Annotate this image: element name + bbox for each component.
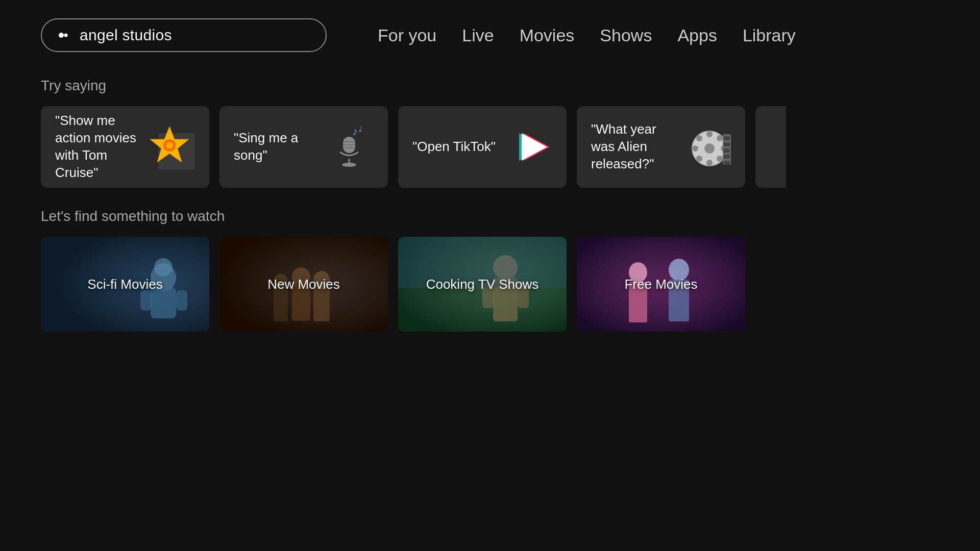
svg-marker-15	[522, 133, 547, 161]
hollywood-star-icon	[149, 124, 195, 170]
nav-item-live[interactable]: Live	[462, 26, 494, 45]
svg-point-18	[706, 131, 713, 137]
svg-text:♪: ♪	[352, 125, 358, 138]
header: angel studios For you Live Movies Shows …	[0, 0, 980, 52]
svg-point-12	[342, 163, 356, 167]
svg-rect-29	[724, 148, 730, 153]
suggestion-card-action-movies[interactable]: "Show me action movies with Tom Cruise"	[41, 106, 209, 188]
microphone-icon: ♪ ♩	[328, 124, 374, 170]
google-mic-icon	[56, 27, 72, 43]
suggestion-card-partial[interactable]	[755, 106, 786, 188]
watch-card-scifi[interactable]: Sci-fi Movies	[41, 237, 209, 332]
svg-point-1	[64, 34, 68, 37]
watch-card-cooking[interactable]: Cooking TV Shows	[398, 237, 567, 332]
nav-item-shows[interactable]: Shows	[600, 26, 652, 45]
svg-point-20	[692, 145, 698, 152]
search-bar[interactable]: angel studios	[41, 18, 327, 52]
nav-item-movies[interactable]: Movies	[520, 26, 575, 45]
suggestion-card-open-tiktok[interactable]: "Open TikTok"	[398, 106, 567, 188]
svg-rect-31	[724, 161, 730, 165]
svg-point-24	[717, 135, 723, 141]
suggestion-card-sing-song-text: "Sing me a song"	[234, 130, 328, 164]
svg-point-23	[717, 156, 723, 162]
watch-card-cooking-label: Cooking TV Shows	[398, 237, 567, 332]
suggestion-card-alien-year[interactable]: "What year was Alien released?"	[577, 106, 745, 188]
search-input-value: angel studios	[80, 27, 172, 44]
suggestion-card-alien-year-text: "What year was Alien released?"	[591, 121, 685, 172]
watch-card-scifi-label: Sci-fi Movies	[41, 237, 209, 332]
svg-point-17	[704, 143, 715, 154]
svg-point-22	[696, 135, 702, 141]
find-something-title: Let's find something to watch	[41, 208, 939, 224]
svg-point-0	[59, 33, 64, 38]
nav-item-apps[interactable]: Apps	[677, 26, 717, 45]
watch-cards-container: Sci-fi Movies	[41, 237, 939, 332]
try-saying-section: Try saying "Show me action movies with T…	[41, 78, 939, 188]
svg-point-4	[166, 142, 173, 149]
nav-menu: For you Live Movies Shows Apps Library	[378, 26, 796, 45]
main-content: Try saying "Show me action movies with T…	[0, 52, 980, 332]
find-something-section: Let's find something to watch	[41, 208, 939, 332]
nav-item-library[interactable]: Library	[743, 26, 796, 45]
watch-card-new-movies[interactable]: New Movies	[219, 237, 388, 332]
nav-item-for-you[interactable]: For you	[378, 26, 436, 45]
watch-card-new-movies-label: New Movies	[219, 237, 388, 332]
watch-card-free-movies[interactable]: Free Movies	[577, 237, 745, 332]
film-reel-icon	[685, 124, 731, 170]
tiktok-play-icon	[506, 124, 552, 170]
svg-point-25	[696, 156, 702, 162]
suggestion-card-action-movies-text: "Show me action movies with Tom Cruise"	[55, 112, 149, 181]
svg-rect-28	[724, 142, 730, 146]
svg-rect-30	[724, 155, 730, 159]
suggestion-cards-container: "Show me action movies with Tom Cruise"	[41, 106, 939, 188]
suggestion-card-sing-song[interactable]: "Sing me a song" ♪ ♩	[219, 106, 388, 188]
suggestion-card-open-tiktok-text: "Open TikTok"	[412, 138, 506, 156]
svg-rect-27	[724, 136, 730, 140]
svg-point-19	[706, 160, 713, 166]
watch-card-free-movies-label: Free Movies	[577, 237, 745, 332]
try-saying-title: Try saying	[41, 78, 939, 94]
svg-text:♩: ♩	[358, 124, 362, 133]
